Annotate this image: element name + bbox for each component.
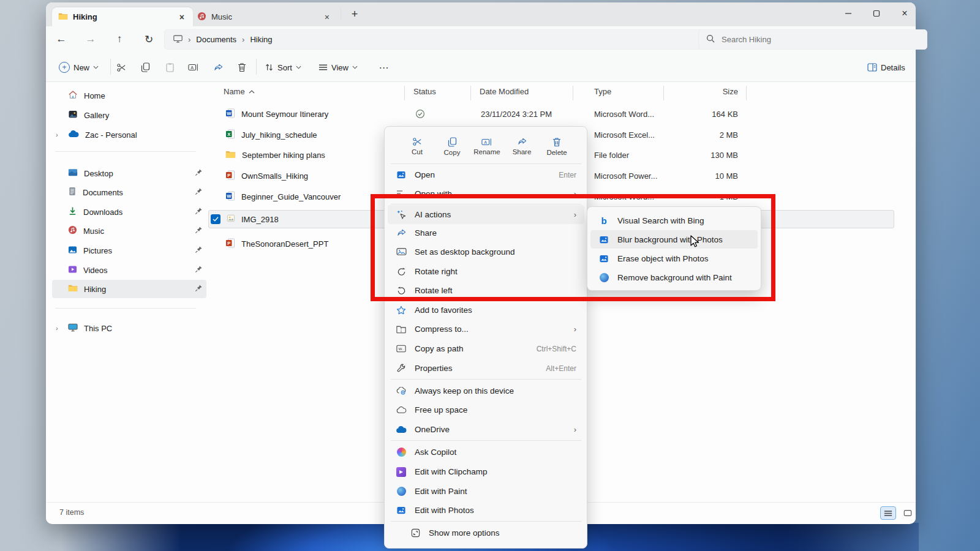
maximize-button[interactable]	[867, 5, 886, 22]
forward-icon[interactable]: →	[81, 30, 100, 48]
rename-button[interactable]: A Rename	[469, 132, 505, 161]
column-separator[interactable]	[470, 86, 471, 100]
close-button[interactable]: ×	[895, 5, 914, 22]
menu-item-compress-to[interactable]: Compress to... ›	[388, 320, 584, 339]
view-button[interactable]: View	[314, 57, 363, 78]
chevron-right-icon[interactable]: ›	[56, 324, 62, 332]
desktop: Hiking × Music × + × ← → ↑ ↻ › Documents…	[0, 0, 980, 551]
large-icons-view-icon	[903, 509, 912, 517]
details-view-toggle[interactable]	[880, 506, 896, 520]
back-icon[interactable]: ←	[52, 30, 70, 48]
copy-button[interactable]: Copy	[434, 132, 470, 161]
star-icon	[396, 305, 407, 315]
sidebar-item-desktop[interactable]: Desktop	[52, 164, 206, 182]
sort-button[interactable]: Sort	[260, 57, 306, 78]
share-button[interactable]	[208, 57, 228, 78]
breadcrumb-item-documents[interactable]: Documents	[196, 35, 236, 44]
breadcrumb[interactable]: › Documents › Hiking	[164, 29, 709, 50]
plus-circle-icon: +	[59, 62, 70, 73]
menu-item-show-more-options[interactable]: Show more options	[388, 523, 584, 542]
sidebar-item-this-pc[interactable]: › This PC	[52, 319, 206, 337]
thumbnail-view-toggle[interactable]	[900, 506, 916, 520]
cut-button[interactable]: Cut	[399, 132, 435, 161]
menu-item-onedrive[interactable]: OneDrive ›	[388, 420, 584, 439]
word-file-icon: W	[225, 191, 235, 203]
delete-button[interactable]	[232, 57, 252, 78]
up-icon[interactable]: ↑	[110, 30, 129, 48]
menu-item-edit-with-clipchamp[interactable]: Edit with Clipchamp	[388, 462, 584, 481]
word-file-icon: W	[225, 108, 235, 120]
column-separator[interactable]	[573, 86, 573, 100]
pictures-icon	[68, 246, 77, 256]
column-header-name[interactable]: Name	[224, 87, 255, 96]
more-options-icon[interactable]: ⋯	[374, 57, 394, 78]
delete-button[interactable]: Delete	[539, 132, 575, 161]
column-separator[interactable]	[404, 86, 405, 100]
column-header-date-modified[interactable]: Date Modified	[480, 87, 529, 96]
sidebar-item-music[interactable]: Music	[52, 222, 206, 240]
copilot-icon	[396, 448, 407, 457]
paste-icon	[166, 62, 174, 72]
share-button[interactable]: Share	[504, 132, 540, 161]
sidebar-item-pictures[interactable]: Pictures	[52, 241, 206, 260]
menu-item-always-keep-on-device[interactable]: Always keep on this device	[388, 381, 584, 400]
desktop-icon	[68, 168, 78, 179]
table-row[interactable]: P TheSonoranDesert_PPT	[225, 234, 328, 253]
onedrive-icon	[68, 130, 79, 140]
details-button[interactable]: Details	[862, 57, 910, 78]
sidebar-item-home[interactable]: Home	[52, 86, 206, 105]
videos-icon	[68, 265, 77, 276]
menu-item-edit-with-photos[interactable]: Edit with Photos	[388, 501, 584, 520]
breadcrumb-item-hiking[interactable]: Hiking	[250, 35, 272, 44]
column-header-type[interactable]: Type	[594, 87, 611, 96]
rename-button[interactable]: A	[183, 57, 204, 78]
column-separator[interactable]	[663, 86, 664, 100]
show-more-icon	[410, 528, 421, 538]
table-row[interactable]: W Mount Seymour Itinerary	[225, 105, 328, 123]
sidebar-item-gallery[interactable]: Gallery	[52, 106, 206, 124]
new-tab-button[interactable]: +	[347, 6, 363, 22]
refresh-icon[interactable]: ↻	[140, 30, 158, 48]
cut-button[interactable]	[111, 57, 132, 78]
table-row[interactable]: X July_hiking_schedule	[225, 126, 317, 144]
menu-item-add-to-favorites[interactable]: Add to favorites	[388, 301, 584, 320]
menu-item-edit-with-paint[interactable]: Edit with Paint	[388, 482, 584, 501]
sidebar-item-downloads[interactable]: Downloads	[52, 203, 206, 221]
column-header-status[interactable]: Status	[413, 87, 436, 96]
synced-check-icon	[415, 109, 425, 121]
search-box[interactable]	[698, 29, 927, 50]
sidebar-item-onedrive-personal[interactable]: › Zac - Personal	[52, 126, 206, 144]
menu-item-open[interactable]: Open Enter	[388, 165, 584, 184]
table-row[interactable]: P OwnSmalls_Hiking	[225, 167, 308, 185]
menu-item-ask-copilot[interactable]: Ask Copilot	[388, 443, 584, 462]
chevron-right-icon[interactable]: ›	[56, 131, 62, 138]
table-row[interactable]: September hiking plans	[225, 146, 325, 164]
tab-hiking[interactable]: Hiking ×	[52, 7, 193, 26]
copy-button[interactable]	[135, 57, 156, 78]
tab-music[interactable]: Music ×	[191, 7, 338, 26]
svg-text:W: W	[227, 110, 232, 116]
new-button[interactable]: + New	[53, 57, 105, 78]
sidebar-item-videos[interactable]: Videos	[52, 261, 206, 279]
column-separator[interactable]	[746, 86, 747, 100]
close-tab-icon[interactable]: ×	[322, 12, 332, 22]
sidebar-item-documents[interactable]: Documents	[52, 183, 206, 201]
menu-item-free-up-space[interactable]: Free up space	[388, 400, 584, 419]
checkbox-checked-icon[interactable]	[211, 214, 221, 224]
menu-item-copy-as-path[interactable]: W.. Copy as path Ctrl+Shift+C	[388, 339, 584, 358]
powerpoint-file-icon: P	[225, 238, 235, 250]
sidebar-item-hiking[interactable]: Hiking	[52, 280, 206, 298]
paste-button[interactable]	[159, 57, 180, 78]
minimize-button[interactable]	[839, 5, 858, 22]
search-input[interactable]	[720, 34, 894, 45]
menu-item-properties[interactable]: Properties Alt+Enter	[388, 359, 584, 378]
image-file-icon	[226, 214, 236, 225]
toolbar-separator	[256, 59, 257, 75]
table-row-selected[interactable]: IMG_2918	[211, 210, 279, 228]
close-tab-icon[interactable]: ×	[177, 12, 187, 22]
column-header-size[interactable]: Size	[665, 87, 738, 96]
pin-icon	[195, 187, 203, 197]
file-size: 2 MB	[665, 130, 738, 140]
table-row[interactable]: W Beginner_Guide_Vancouver	[225, 187, 341, 206]
cloud-outline-icon	[396, 407, 407, 414]
